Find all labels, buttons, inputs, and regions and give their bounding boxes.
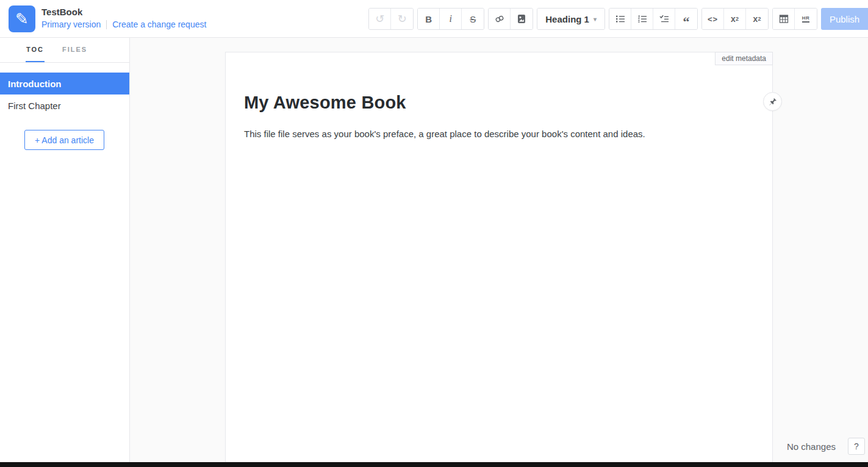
- horizontal-rule-button[interactable]: HR: [795, 9, 817, 29]
- help-button[interactable]: ?: [848, 438, 865, 455]
- tab-toc[interactable]: TOC: [26, 38, 45, 62]
- publish-button[interactable]: Publish: [821, 8, 868, 30]
- image-button[interactable]: [511, 9, 533, 29]
- primary-version-link[interactable]: Primary version: [41, 20, 101, 29]
- undo-button[interactable]: ↺: [369, 9, 391, 29]
- bold-button[interactable]: B: [418, 9, 440, 29]
- redo-button[interactable]: ↻: [391, 9, 413, 29]
- blockquote-button[interactable]: “: [675, 9, 697, 29]
- superscript-digit: 2: [758, 16, 761, 22]
- table-button[interactable]: [773, 9, 795, 29]
- title-block: TestBook Primary version Create a change…: [41, 7, 206, 29]
- toc-list: Introduction First Chapter: [0, 73, 129, 116]
- task-list-button[interactable]: [653, 9, 675, 29]
- history-group: ↺ ↻: [368, 8, 414, 30]
- ordered-list-icon: [637, 13, 648, 24]
- undo-icon: ↺: [375, 12, 384, 26]
- image-icon: [516, 13, 527, 24]
- toc-item-introduction[interactable]: Introduction: [0, 73, 129, 94]
- subscript-button[interactable]: x2: [724, 9, 746, 29]
- task-list-icon: [659, 13, 670, 24]
- document-paragraph[interactable]: This file file serves as your book's pre…: [244, 127, 754, 141]
- link-button[interactable]: [489, 9, 511, 29]
- add-article-button[interactable]: + Add an article: [24, 130, 104, 150]
- strikethrough-button[interactable]: S: [462, 9, 484, 29]
- changes-status: No changes: [787, 441, 836, 452]
- document-page[interactable]: edit metadata My Awesome Book This file …: [225, 52, 773, 462]
- toc-item-first-chapter[interactable]: First Chapter: [0, 94, 129, 116]
- bullet-list-button[interactable]: [609, 9, 631, 29]
- code-script-group: <> x2 x2: [701, 8, 769, 30]
- status-bar: No changes ?: [787, 438, 865, 455]
- heading-select[interactable]: Heading 1 ▾: [537, 9, 604, 29]
- horizontal-rule-icon: HR: [802, 15, 810, 23]
- ordered-list-button[interactable]: [631, 9, 653, 29]
- block-insert-group: HR: [772, 8, 817, 30]
- superscript-button[interactable]: x2: [746, 9, 768, 29]
- document-body[interactable]: My Awesome Book This file file serves as…: [226, 52, 772, 141]
- table-icon: [778, 13, 789, 24]
- create-change-request-link[interactable]: Create a change request: [112, 20, 206, 29]
- bullet-list-icon: [615, 13, 626, 24]
- heading-select-label: Heading 1: [545, 14, 589, 24]
- chevron-down-icon: ▾: [594, 16, 597, 23]
- pin-icon: [769, 98, 777, 106]
- book-title: TestBook: [41, 7, 206, 17]
- link-icon: [494, 13, 505, 24]
- header-links: Primary version Create a change request: [41, 20, 206, 29]
- redo-icon: ↻: [398, 12, 407, 26]
- heading-group: Heading 1 ▾: [537, 8, 605, 30]
- subscript-digit: 2: [736, 16, 739, 22]
- code-button[interactable]: <>: [702, 9, 724, 29]
- sidebar-tabs: TOC FILES: [0, 38, 129, 63]
- superscript-base: x: [753, 14, 758, 24]
- document-title[interactable]: My Awesome Book: [244, 93, 754, 113]
- links-divider: [106, 20, 107, 29]
- editor-area: edit metadata My Awesome Book This file …: [130, 38, 868, 462]
- text-format-group: B i S: [417, 8, 484, 30]
- header: ✎ TestBook Primary version Create a chan…: [0, 0, 868, 38]
- edit-metadata-button[interactable]: edit metadata: [715, 52, 773, 65]
- insert-group: [488, 8, 533, 30]
- window-bottom-edge: [0, 462, 868, 467]
- tab-files[interactable]: FILES: [62, 38, 88, 62]
- pencil-icon: ✎: [15, 11, 29, 27]
- pin-button[interactable]: [763, 92, 782, 111]
- italic-button[interactable]: i: [440, 9, 462, 29]
- sidebar: TOC FILES Introduction First Chapter + A…: [0, 38, 130, 462]
- subscript-base: x: [731, 14, 736, 24]
- book-logo[interactable]: ✎: [9, 5, 35, 32]
- list-group: “: [609, 8, 698, 30]
- editor-toolbar: ↺ ↻ B i S: [368, 8, 868, 30]
